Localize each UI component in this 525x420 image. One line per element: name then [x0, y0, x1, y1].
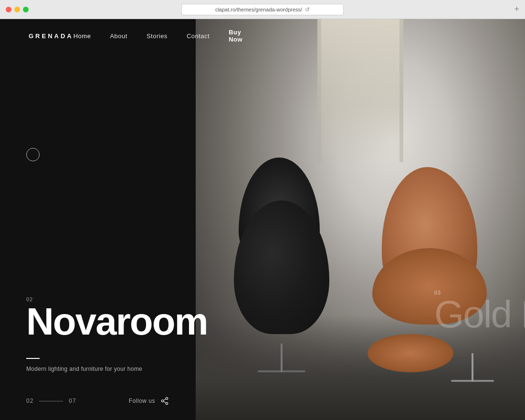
- traffic-light-yellow[interactable]: [14, 7, 20, 12]
- traffic-lights: [6, 7, 29, 12]
- traffic-light-green[interactable]: [23, 7, 29, 12]
- circle-indicator[interactable]: [26, 148, 40, 161]
- pagination-current: 02: [26, 398, 33, 404]
- slide-title: Novaroom: [26, 304, 208, 339]
- site-logo[interactable]: GRENADA: [29, 32, 74, 40]
- nav-links: Home About Stories Contact Buy Now: [74, 29, 242, 43]
- share-icon[interactable]: [160, 396, 169, 406]
- left-panel: GRENADA Home About Stories Contact Buy N…: [0, 19, 196, 420]
- current-slide: 02 Novaroom: [26, 296, 208, 339]
- browser-chrome: clapat.ro/themes/grenada-wordpress/ ↺ +: [0, 0, 525, 19]
- svg-point-0: [166, 398, 168, 400]
- navigation: GRENADA Home About Stories Contact Buy N…: [0, 19, 196, 52]
- follow-us: Follow us: [129, 396, 169, 406]
- refresh-icon[interactable]: ↺: [305, 6, 310, 13]
- svg-line-4: [163, 399, 166, 400]
- nav-buy-now[interactable]: Buy Now: [229, 29, 242, 43]
- follow-label: Follow us: [129, 398, 155, 404]
- address-bar[interactable]: clapat.ro/themes/grenada-wordpress/ ↺: [181, 4, 344, 15]
- svg-point-1: [161, 400, 164, 402]
- url-text: clapat.ro/themes/grenada-wordpress/: [215, 7, 302, 12]
- chair-black: [224, 181, 348, 372]
- pagination-total: 07: [69, 398, 76, 404]
- description-line: [26, 358, 40, 359]
- chair-brown-ottoman: [368, 334, 453, 372]
- svg-line-3: [163, 401, 166, 403]
- nav-about[interactable]: About: [110, 32, 127, 40]
- traffic-light-red[interactable]: [6, 7, 11, 12]
- window-light: [317, 19, 403, 162]
- right-panel: 03 Gold Man 04 Bor: [196, 19, 525, 420]
- slide-description: Modern lighting and furniture for your h…: [26, 358, 142, 372]
- overlay-title-2: Gold Man: [434, 297, 525, 332]
- overlay-slide-2: 03 Gold Man: [434, 290, 525, 332]
- description-text: Modern lighting and furniture for your h…: [26, 366, 142, 372]
- nav-home[interactable]: Home: [74, 32, 91, 40]
- bottom-bar: 02 07 Follow us: [26, 396, 169, 406]
- chair-black-base: [253, 334, 310, 372]
- chair-brown: [368, 167, 511, 382]
- nav-contact[interactable]: Contact: [187, 32, 210, 40]
- chair-brown-base: [444, 344, 501, 382]
- pagination-line: [39, 401, 63, 401]
- website: GRENADA Home About Stories Contact Buy N…: [0, 19, 525, 420]
- svg-point-2: [166, 402, 168, 405]
- nav-stories[interactable]: Stories: [147, 32, 168, 40]
- new-tab-button[interactable]: +: [514, 4, 519, 14]
